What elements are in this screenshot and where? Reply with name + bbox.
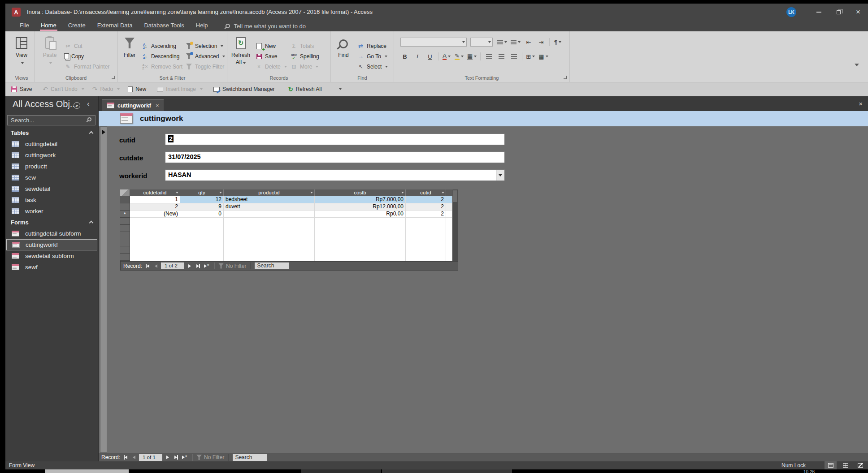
refresh-all-button[interactable]: ↻ Refresh All bbox=[229, 33, 252, 73]
nav-item-sewdetail[interactable]: sewdetail bbox=[5, 183, 98, 194]
last-record-button[interactable] bbox=[195, 262, 201, 269]
decrease-indent-button[interactable]: ⇤ bbox=[524, 38, 533, 47]
font-name-combo[interactable] bbox=[400, 38, 467, 47]
qat-undo-button[interactable]: ↶Can't Undo bbox=[43, 86, 84, 93]
datasheet-scrollbar[interactable] bbox=[452, 189, 458, 261]
totals-button[interactable]: ΣTotals bbox=[290, 42, 319, 50]
clipboard-dialog-launcher[interactable] bbox=[112, 76, 115, 79]
increase-indent-button[interactable]: ⇥ bbox=[537, 38, 546, 47]
close-button[interactable]: × bbox=[848, 4, 868, 21]
numbering-button[interactable] bbox=[511, 38, 521, 47]
save-record-button[interactable]: Save bbox=[255, 52, 287, 60]
nav-item-sewf[interactable]: sewf bbox=[5, 262, 98, 273]
qat-insert-image-button[interactable]: Insert Image bbox=[157, 86, 203, 92]
paste-button[interactable]: Paste bbox=[39, 33, 61, 73]
previous-record-button[interactable] bbox=[152, 262, 159, 269]
remove-sort-button[interactable]: AZ×Remove Sort bbox=[141, 63, 182, 70]
taskbar-item[interactable] bbox=[301, 469, 381, 473]
filter-button[interactable]: Filter bbox=[120, 33, 139, 73]
restore-button[interactable] bbox=[829, 4, 848, 21]
collapse-ribbon-button[interactable] bbox=[855, 64, 859, 66]
background-color-button[interactable]: ▦ bbox=[467, 52, 477, 61]
gridlines-button[interactable]: ⊞ bbox=[526, 52, 535, 61]
replace-button[interactable]: ⇄Replace bbox=[357, 42, 388, 50]
column-dropdown-icon[interactable] bbox=[442, 192, 444, 194]
tables-group-header[interactable]: Tables bbox=[5, 128, 98, 138]
tab-help[interactable]: Help bbox=[190, 21, 214, 31]
column-header-costb[interactable]: costb bbox=[315, 189, 406, 196]
underline-button[interactable]: U bbox=[425, 52, 434, 61]
row-selector[interactable] bbox=[120, 196, 130, 203]
cell[interactable]: bedsheet bbox=[224, 196, 315, 203]
row-selector[interactable] bbox=[120, 203, 130, 211]
nav-item-cuttingdetail[interactable]: cuttingdetail bbox=[5, 138, 98, 150]
tab-file[interactable]: File bbox=[14, 21, 35, 31]
cell[interactable]: 2 bbox=[406, 196, 446, 203]
cell[interactable]: 12 bbox=[180, 196, 224, 203]
more-button[interactable]: ⊞More bbox=[290, 63, 319, 70]
combo-dropdown-button[interactable] bbox=[496, 169, 505, 181]
tab-database-tools[interactable]: Database Tools bbox=[138, 21, 190, 31]
scrollbar-thumb[interactable] bbox=[453, 190, 457, 202]
qat-refresh-all-button[interactable]: ↻Refresh All bbox=[288, 86, 322, 93]
new-blank-record-button[interactable]: * bbox=[203, 262, 210, 269]
document-tab-cuttingworkf[interactable]: cuttingworkf × bbox=[102, 99, 164, 111]
tab-external-data[interactable]: External Data bbox=[91, 21, 139, 31]
new-blank-record-button[interactable]: * bbox=[181, 454, 188, 461]
record-position[interactable]: 1 of 2 bbox=[161, 262, 184, 269]
nav-item-cuttingworkf[interactable]: cuttingworkf bbox=[6, 239, 97, 250]
column-dropdown-icon[interactable] bbox=[219, 192, 222, 194]
previous-record-button[interactable] bbox=[130, 454, 137, 461]
font-size-combo[interactable] bbox=[470, 38, 493, 47]
cell[interactable]: Rp0,00 bbox=[315, 211, 406, 218]
next-record-button[interactable] bbox=[186, 262, 193, 269]
view-button[interactable]: View bbox=[10, 33, 33, 73]
taskbar-item[interactable] bbox=[382, 469, 512, 473]
record-selector-bar[interactable] bbox=[100, 126, 107, 453]
nav-item-task[interactable]: task bbox=[5, 194, 98, 206]
form-view-button[interactable] bbox=[825, 461, 837, 469]
copy-button[interactable]: Copy bbox=[64, 52, 109, 60]
taskbar-item[interactable] bbox=[45, 469, 129, 473]
tab-home[interactable]: Home bbox=[35, 21, 62, 31]
cell[interactable] bbox=[224, 211, 315, 218]
qat-overflow-button[interactable] bbox=[339, 88, 342, 90]
highlight-color-button[interactable]: ✎ bbox=[455, 52, 464, 61]
cutid-input[interactable]: 2 bbox=[165, 133, 505, 145]
column-header-qty[interactable]: qty bbox=[180, 189, 224, 196]
cut-button[interactable]: ✂Cut bbox=[64, 42, 109, 50]
shutter-close-icon[interactable]: ‹ bbox=[87, 99, 90, 108]
nav-item-worker[interactable]: worker bbox=[5, 206, 98, 217]
design-view-button[interactable] bbox=[854, 461, 866, 469]
cell[interactable]: 9 bbox=[180, 203, 224, 211]
close-document-button[interactable]: × bbox=[859, 100, 863, 108]
align-center-button[interactable] bbox=[497, 52, 506, 61]
qat-redo-button[interactable]: ↷Redo bbox=[92, 86, 120, 93]
column-header-cutdetailid[interactable]: cutdetailid bbox=[130, 189, 180, 196]
last-record-button[interactable] bbox=[173, 454, 179, 461]
datasheet-view-button[interactable] bbox=[839, 461, 851, 469]
align-left-button[interactable] bbox=[484, 52, 493, 61]
bold-button[interactable]: B bbox=[400, 52, 409, 61]
qat-save-button[interactable]: Save bbox=[11, 86, 32, 92]
cell[interactable]: 2 bbox=[130, 203, 180, 211]
spelling-button[interactable]: abc✓Spelling bbox=[290, 52, 319, 60]
find-button[interactable]: Find bbox=[334, 33, 353, 73]
column-header-cutid[interactable]: cutid bbox=[406, 189, 446, 196]
workerid-combo[interactable]: HASAN bbox=[165, 169, 505, 181]
new-record-button[interactable]: *+New bbox=[255, 42, 287, 50]
cell[interactable]: duvett bbox=[224, 203, 315, 211]
subform-search-input[interactable]: Search bbox=[255, 262, 289, 269]
nav-item-sewdetail-subform[interactable]: sewdetail subform bbox=[5, 250, 98, 262]
new-row-selector[interactable]: * bbox=[120, 211, 130, 218]
cell[interactable]: 0 bbox=[180, 211, 224, 218]
record-position[interactable]: 1 of 1 bbox=[139, 454, 162, 461]
paragraph-direction-button[interactable]: ¶ bbox=[553, 38, 562, 47]
cell[interactable]: 2 bbox=[406, 203, 446, 211]
cell[interactable]: (New) bbox=[130, 211, 180, 218]
qat-new-button[interactable]: New bbox=[128, 86, 146, 92]
cell[interactable]: Rp7.000,00 bbox=[315, 196, 406, 203]
qat-switchboard-button[interactable]: Switchboard Manager bbox=[213, 86, 275, 92]
column-dropdown-icon[interactable] bbox=[310, 192, 313, 194]
first-record-button[interactable] bbox=[122, 454, 129, 461]
